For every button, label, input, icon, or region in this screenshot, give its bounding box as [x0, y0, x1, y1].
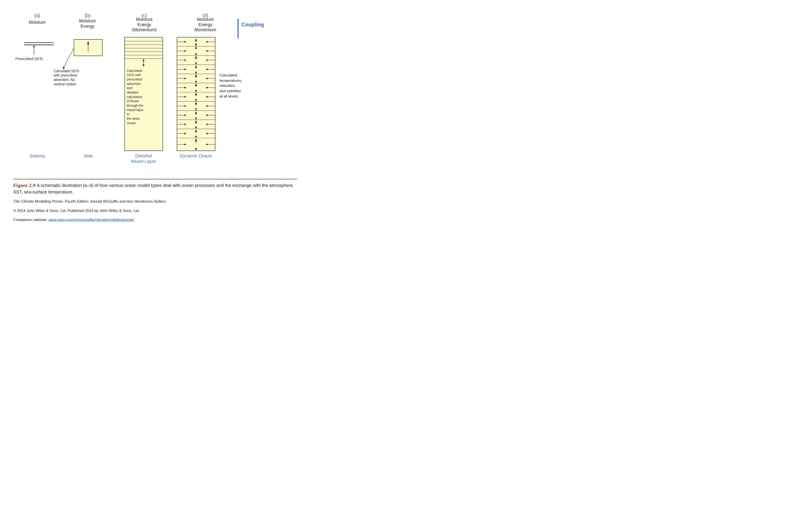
mixed-desc-8: of fluxes: [127, 99, 139, 103]
dynamic-desc-5: at all levels: [219, 94, 238, 98]
mixed-desc-11: to: [127, 112, 130, 116]
caption-source-line2-wrap: © 2014 John Wiley & Sons, Ltd. Published…: [13, 208, 297, 214]
caption-text: A schematic illustration (a–d) of how va…: [13, 183, 294, 194]
source-line1-text: The Climate Modelling Primer, Fourth Edi…: [13, 199, 167, 204]
slab-label: Slab: [83, 153, 93, 158]
col-a-label: (a): [34, 13, 40, 18]
mixed-desc-3: prescribed: [127, 78, 142, 81]
col-c-header-2: Energy: [137, 22, 151, 27]
mixed-desc-9: through the: [127, 104, 143, 107]
mixed-desc-1: Calculated: [127, 69, 142, 73]
dynamic-desc-2: temperatures,: [219, 78, 242, 83]
dynamic-desc-3: velocities: [219, 83, 235, 88]
companion-website-link[interactable]: www.wiley.com/go/mcguffie/climatemodelli…: [49, 218, 134, 222]
mixed-desc-2: SSTs with: [127, 73, 141, 77]
figure-container: (a) (b) (c) (d) Moisture Moisture Energy…: [13, 9, 297, 223]
dynamic-desc-1: Calculated: [219, 73, 237, 77]
col-b-header-2: Energy: [81, 24, 95, 28]
dynamic-desc-4: and salinities: [219, 89, 241, 93]
col-d-header-3: Momentum: [194, 27, 216, 32]
swamp-label: Swamp: [30, 153, 45, 158]
col-c-header-3: (Momentum): [132, 27, 157, 32]
dynamic-label: Dynamic Ocean: [180, 153, 212, 158]
diagram-area: (a) (b) (c) (d) Moisture Moisture Energy…: [13, 9, 297, 174]
mixed-label-2: Mixed Layer: [131, 159, 156, 164]
mixed-label-1: Detailed: [135, 153, 152, 158]
svg-line-8: [63, 48, 74, 68]
mixed-desc-10: mixed layer: [127, 108, 143, 112]
col-c-header-1: Moisture: [136, 17, 153, 22]
col-b-header-1: Moisture: [79, 18, 96, 23]
source-line3-text: Companion website:: [13, 218, 49, 222]
coupling-label: Coupling: [242, 22, 264, 27]
mixed-desc-7: calculation: [127, 95, 142, 99]
caption-source-line3-wrap: Companion website: www.wiley.com/go/mcgu…: [13, 217, 297, 223]
mixed-desc-13: ocean: [127, 121, 136, 125]
prescribed-sst-label-1: Prescribed SSTs: [16, 57, 43, 61]
caption-figure-label: Figure 2.9: [13, 183, 36, 188]
mixed-desc-12: the deep: [127, 117, 139, 120]
caption-title-line: Figure 2.9 A schematic illustration (a–d…: [13, 182, 297, 195]
slab-desc-4: vertical motion: [54, 82, 76, 86]
slab-desc-3: advection. No: [54, 78, 75, 81]
col-d-header-2: Energy: [198, 22, 212, 27]
slab-desc-2: with prescribed: [53, 73, 77, 77]
mixed-desc-6: detailed: [127, 91, 138, 94]
source-line2-text: © 2014 John Wiley & Sons, Ltd. Published…: [13, 209, 140, 213]
col-d-header-1: Moisture: [197, 17, 214, 22]
figure-caption: Figure 2.9 A schematic illustration (a–d…: [13, 179, 297, 223]
caption-source-line1: The Climate Modelling Primer, Fourth Edi…: [13, 199, 167, 204]
slab-desc-1: Calculated SSTs: [54, 69, 79, 73]
mixed-desc-5: and: [127, 86, 132, 90]
mixed-desc-4: advection: [127, 82, 141, 86]
caption-source: The Climate Modelling Primer, Fourth Edi…: [13, 198, 297, 204]
col-a-header: Moisture: [29, 20, 46, 25]
col-b-label: (b): [85, 13, 91, 18]
